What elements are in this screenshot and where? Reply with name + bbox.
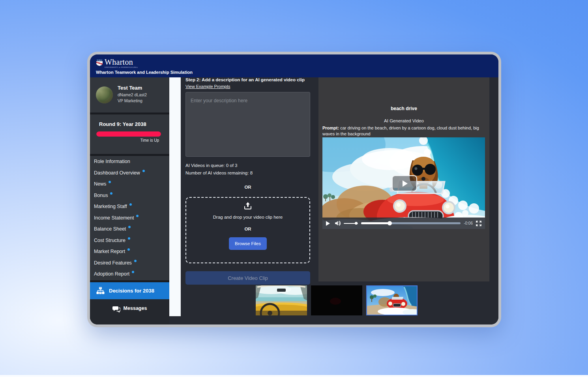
sidebar-item-label: Market Report bbox=[94, 249, 125, 254]
description-textarea[interactable] bbox=[185, 92, 310, 157]
notification-dot bbox=[129, 203, 132, 206]
decisions-icon: ? bbox=[96, 287, 105, 295]
progress-knob[interactable] bbox=[388, 221, 392, 225]
prompt-label: Prompt: bbox=[322, 126, 339, 130]
or-divider: OR bbox=[244, 227, 251, 231]
svg-text:?: ? bbox=[100, 292, 101, 294]
wharton-logo: Wharton UNIVERSITY of PENNSYLVANIA bbox=[96, 58, 138, 68]
sidebar-item-decisions[interactable]: ? Decisions for 2038 bbox=[90, 282, 169, 299]
messages-icon bbox=[112, 306, 120, 313]
sidebar-item-label: Desired Features bbox=[94, 260, 132, 266]
scrollbar-track[interactable] bbox=[169, 77, 181, 316]
penn-shield-icon bbox=[96, 59, 103, 66]
clip-title: beach drive bbox=[318, 106, 489, 111]
play-overlay-button[interactable] bbox=[392, 175, 417, 191]
app-title: Wharton Teamwork and Leadership Simulati… bbox=[96, 70, 193, 75]
sidebar-item-label: Cost Structure bbox=[94, 238, 125, 243]
clip-thumbnail-black[interactable] bbox=[311, 285, 362, 315]
team-section: Test Team dName2 dLast2 VP Marketing bbox=[90, 77, 169, 113]
video-controls: -0:06 bbox=[322, 218, 485, 229]
notification-dot bbox=[128, 226, 131, 228]
sidebar-item-cost-structure[interactable]: Cost Structure bbox=[90, 235, 169, 246]
clip-prompt: Prompt: car driving on the beach, driven… bbox=[322, 125, 485, 137]
sidebar-item-label: Balance Sheet bbox=[94, 226, 126, 232]
sidebar-item-dashboard-overview[interactable]: Dashboard Overview bbox=[90, 167, 169, 179]
sidebar-item-label: Messages bbox=[124, 306, 147, 311]
sidebar-item-label: Bonus bbox=[94, 193, 108, 198]
sidebar-item-marketing-staff[interactable]: Marketing Staff bbox=[90, 201, 169, 212]
sidebar-item-messages[interactable]: Messages bbox=[90, 299, 169, 324]
team-member-name: dName2 dLast2 bbox=[118, 92, 147, 97]
queue-status: AI Videos in queue: 0 of 3 bbox=[185, 163, 310, 168]
app-header: Wharton UNIVERSITY of PENNSYLVANIA Whart… bbox=[90, 54, 498, 77]
volume-slider[interactable] bbox=[344, 223, 358, 224]
sidebar-item-label: Marketing Staff bbox=[94, 204, 127, 209]
team-role: VP Marketing bbox=[118, 98, 147, 103]
video-progress-bar[interactable] bbox=[361, 222, 461, 224]
browse-files-button[interactable]: Browse Files bbox=[229, 237, 267, 250]
sidebar-item-news[interactable]: News bbox=[90, 178, 169, 190]
sidebar-item-adoption-report[interactable]: Adoption Report bbox=[90, 268, 169, 280]
notification-dot bbox=[134, 260, 137, 262]
round-timer-bar bbox=[96, 131, 161, 137]
background-bottom-strip bbox=[0, 375, 588, 377]
create-video-clip-button[interactable]: Create Video Clip bbox=[185, 271, 310, 285]
notification-dot bbox=[136, 215, 139, 217]
play-icon bbox=[403, 180, 408, 187]
sidebar-item-desired-features[interactable]: Desired Features bbox=[90, 257, 169, 269]
view-example-prompts-link[interactable]: View Example Prompts bbox=[185, 84, 230, 89]
notification-dot bbox=[110, 192, 112, 195]
video-form: Step 2: Add a description for an AI gene… bbox=[185, 77, 310, 285]
logo-wordmark: Wharton bbox=[105, 58, 138, 66]
play-button[interactable] bbox=[326, 221, 330, 226]
round-timer-fill bbox=[96, 131, 161, 137]
volume-icon[interactable] bbox=[335, 221, 341, 226]
team-avatar bbox=[96, 86, 113, 103]
progress-fill bbox=[361, 222, 390, 224]
upload-dropzone[interactable]: Drag and drop your video clip here OR Br… bbox=[185, 197, 310, 263]
sidebar-item-market-report[interactable]: Market Report bbox=[90, 246, 169, 257]
logo-university-text: UNIVERSITY of PENNSYLVANIA bbox=[105, 66, 138, 68]
sidebar-item-label: News bbox=[94, 181, 106, 187]
clip-thumbnail-row bbox=[256, 285, 421, 315]
step-heading: Step 2: Add a description for an AI gene… bbox=[185, 77, 310, 83]
notification-dot bbox=[109, 181, 111, 183]
app-window: Wharton UNIVERSITY of PENNSYLVANIA Whart… bbox=[87, 52, 501, 327]
sidebar-item-label: Decisions for 2038 bbox=[109, 288, 154, 294]
time-remaining: -0:06 bbox=[464, 221, 473, 225]
main-content: Step 2: Add a description for an AI gene… bbox=[181, 77, 498, 324]
round-title: Round 9: Year 2038 bbox=[99, 121, 146, 127]
or-divider: OR bbox=[185, 185, 310, 189]
notification-dot bbox=[128, 237, 130, 240]
sidebar-item-balance-sheet[interactable]: Balance Sheet bbox=[90, 223, 169, 235]
notification-dot bbox=[142, 170, 145, 172]
timer-status: Time is Up bbox=[140, 138, 159, 143]
clip-type-label: AI Generated Video bbox=[318, 118, 489, 123]
sidebar-nav: Role InformationDashboard OverviewNewsBo… bbox=[90, 156, 169, 280]
volume-knob[interactable] bbox=[355, 222, 358, 225]
clip-thumbnail-beach-drive[interactable] bbox=[366, 285, 418, 315]
notification-dot bbox=[132, 271, 134, 273]
dropzone-instruction: Drag and drop your video clip here bbox=[213, 215, 283, 219]
sidebar: Test Team dName2 dLast2 VP Marketing Rou… bbox=[90, 77, 169, 324]
sidebar-item-role-information[interactable]: Role Information bbox=[90, 156, 169, 167]
prompt-text: car driving on the beach, driven by a ca… bbox=[322, 126, 479, 136]
sidebar-item-income-statement[interactable]: Income Statement bbox=[90, 212, 169, 224]
fullscreen-icon[interactable] bbox=[476, 221, 481, 226]
sidebar-item-label: Adoption Report bbox=[94, 271, 129, 277]
upload-icon bbox=[243, 201, 252, 210]
sidebar-item-bonus[interactable]: Bonus bbox=[90, 190, 169, 201]
notification-dot bbox=[127, 248, 130, 251]
sidebar-item-label: Dashboard Overview bbox=[94, 170, 140, 176]
round-section: Round 9: Year 2038 Time is Up bbox=[90, 114, 169, 154]
remaining-status: Number of AI videos remaining: 8 bbox=[185, 171, 310, 175]
clip-preview-panel: beach drive AI Generated Video Prompt: c… bbox=[318, 77, 489, 281]
team-name: Test Team bbox=[118, 85, 147, 91]
sidebar-item-label: Role Information bbox=[94, 159, 130, 164]
clip-thumbnail-dashboard[interactable] bbox=[256, 285, 307, 315]
video-player: -0:06 bbox=[322, 137, 485, 229]
sidebar-item-label: Income Statement bbox=[94, 215, 134, 221]
